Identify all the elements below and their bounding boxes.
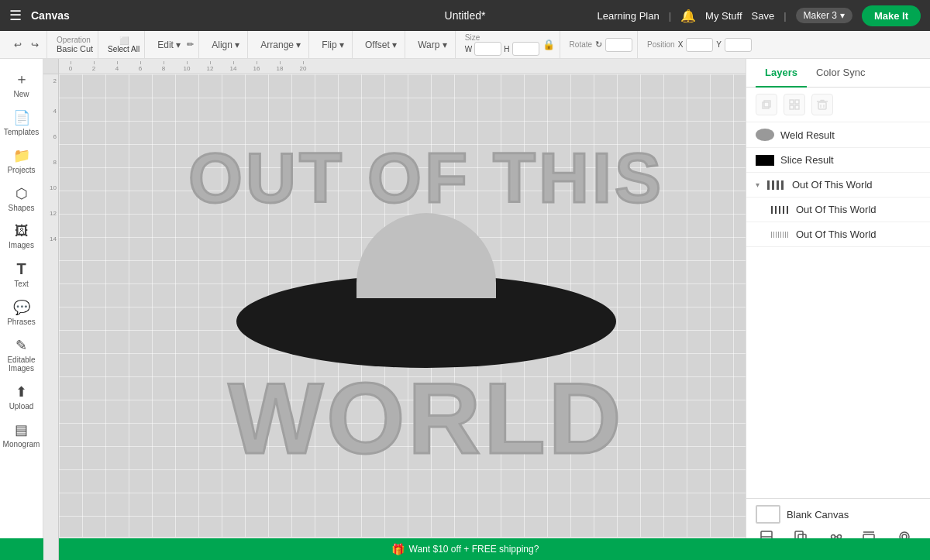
sidebar-item-text[interactable]: T Text [2,256,41,293]
ruler-horizontal: 0 2 4 6 8 10 12 14 16 18 20 [59,59,746,74]
edit-button[interactable]: Edit ▾ [154,38,184,52]
panel-tabs: Layers Color Sync [746,59,930,88]
ufo-dome [356,213,496,298]
sidebar-label-new: New [13,90,29,98]
weld-result-label: Weld Result [780,129,835,141]
rotate-label: Rotate [570,40,592,49]
text-icon: T [16,260,26,278]
layer-weld-result[interactable]: Weld Result [746,122,930,148]
top-nav: ☰ Canvas Untitled* Learning Plan | 🔔 My … [0,0,930,31]
sidebar-item-upload[interactable]: ⬆ Upload [2,379,41,415]
align-button[interactable]: Align ▾ [208,38,243,52]
delete-button[interactable] [811,94,833,115]
offset-group: Offset ▾ [357,31,405,58]
ruler-v-4: 4 [53,108,57,115]
weld-result-icon [756,129,774,141]
position-group: Position X Y [642,31,756,58]
size-h-label: H [504,45,509,53]
group-button[interactable] [784,94,805,115]
maker-badge[interactable]: Maker 3 ▾ [796,8,852,23]
panel-actions [746,88,930,122]
duplicate-button[interactable] [756,94,777,115]
ruler-h-20: 20 [291,61,315,72]
sub2-label: Out Of This World [796,228,877,240]
promo-icon: 🎁 [391,543,405,555]
layer-sub1[interactable]: Out Of This World [746,198,930,222]
save-link[interactable]: Save [752,10,775,22]
size-w-input[interactable] [474,42,501,56]
ruler-h-8: 8 [152,61,175,72]
warp-button[interactable]: Warp ▾ [415,38,450,52]
my-stuff-link[interactable]: My Stuff [705,10,742,22]
edit-label: Edit [157,40,174,50]
phrases-icon: 💬 [13,299,30,316]
operation-value[interactable]: Basic Cut [57,44,93,53]
svg-rect-6 [818,102,826,109]
ruler-vertical: 2 4 6 8 10 12 14 [43,74,59,560]
redo-button[interactable]: ↪ [28,38,42,52]
ruler-h-16: 16 [245,61,268,72]
size-h-input[interactable] [512,42,539,56]
offset-button[interactable]: Offset ▾ [362,38,400,52]
flip-label: Flip [322,40,336,50]
sub1-icon [771,206,790,214]
ruler-v-6: 6 [53,133,57,140]
layer-slice-result[interactable]: Slice Result [746,148,930,173]
group-label: Out Of This World [792,179,873,191]
tab-color-sync[interactable]: Color Sync [807,59,875,88]
operation-group: Operation Basic Cut [52,31,98,58]
undo-button[interactable]: ↩ [11,38,25,52]
group-icon [789,99,800,110]
sidebar-item-phrases[interactable]: 💬 Phrases [2,294,41,331]
sidebar-item-shapes[interactable]: ⬡ Shapes [2,180,41,217]
ruler-h-2: 2 [82,61,105,72]
sidebar-item-images[interactable]: 🖼 Images [2,218,41,254]
ruler-v-8: 8 [53,159,57,166]
ruler-h-18: 18 [268,61,291,72]
rotate-input[interactable] [605,38,632,52]
tab-layers[interactable]: Layers [756,59,807,88]
arrange-group: Arrange ▾ [253,31,309,58]
operation-field: Operation Basic Cut [57,36,93,53]
promo-bar[interactable]: 🎁 Want $10 off + FREE shipping? [0,538,930,560]
pos-x-input[interactable] [686,38,713,52]
upload-icon: ⬆ [16,383,27,400]
hamburger-icon[interactable]: ☰ [9,7,22,24]
canvas-background[interactable]: OUT OF THIS WORLD [59,74,746,537]
blank-canvas-item[interactable]: Blank Canvas [756,505,921,524]
sidebar-item-new[interactable]: ＋ New [2,65,41,103]
make-it-button[interactable]: Make It [862,5,921,26]
toolbar: ↩ ↪ Operation Basic Cut ⬜ Select All Edi… [0,31,930,59]
sidebar-label-shapes: Shapes [9,204,35,212]
learning-plan-link[interactable]: Learning Plan [597,10,659,22]
bell-icon[interactable]: 🔔 [680,9,696,23]
sidebar-item-templates[interactable]: 📄 Templates [2,105,41,141]
monogram-icon: ▤ [15,421,28,438]
svg-rect-1 [764,101,770,107]
select-all-button[interactable]: ⬜ Select All [108,36,140,53]
sidebar-item-monogram[interactable]: ▤ Monogram [2,417,41,453]
ruler-h-14: 14 [222,61,245,72]
select-all-label: Select All [108,45,140,53]
flip-button[interactable]: Flip ▾ [319,38,347,52]
promo-text: Want $10 off + FREE shipping? [409,544,539,555]
layer-sub2[interactable]: Out Of This World [746,222,930,247]
size-label: Size [465,33,539,42]
pos-y-input[interactable] [725,38,752,52]
sidebar-label-text: Text [14,280,28,288]
sidebar-item-editable-images[interactable]: ✎ Editable Images [2,332,41,377]
sidebar-label-upload: Upload [9,402,34,411]
layer-group[interactable]: ▾ Out Of This World [746,173,930,198]
arrange-button[interactable]: Arrange ▾ [257,38,304,52]
lock-icon[interactable]: 🔒 [542,39,555,50]
sidebar-item-projects[interactable]: 📁 Projects [2,143,41,179]
ruler-corner [43,59,59,74]
nav-divider-2: | [784,10,786,22]
sidebar-label-phrases: Phrases [7,318,36,326]
sub2-icon [771,232,790,238]
canvas-area[interactable]: 0 2 4 6 8 10 12 14 16 18 20 2 4 6 8 10 1… [43,59,746,560]
sidebar-label-templates: Templates [4,128,40,136]
pos-y-label: Y [716,40,722,49]
layers-list: Weld Result Slice Result ▾ Out Of This W… [746,122,930,498]
rotate-group: Rotate ↻ [565,31,638,58]
